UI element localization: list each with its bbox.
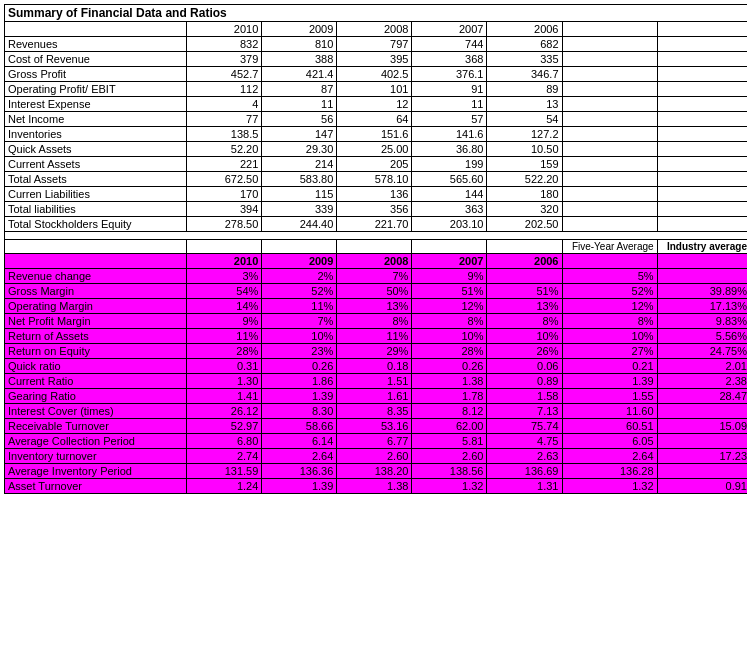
row-operating-margin: Operating Margin 14% 11% 13% 12% 13% 12%… (5, 299, 748, 314)
top-year-header: 2010 2009 2008 2007 2006 (5, 22, 748, 37)
row-interest-expense: Interest Expense 4 11 12 11 13 (5, 97, 748, 112)
row-current-ratio: Current Ratio 1.30 1.86 1.51 1.38 0.89 1… (5, 374, 748, 389)
row-revenue-change: Revenue change 3% 2% 7% 9% 5% (5, 269, 748, 284)
row-total-liabilities: Total liabilities 394 339 356 363 320 (5, 202, 748, 217)
row-gearing-ratio: Gearing Ratio 1.41 1.39 1.61 1.78 1.58 1… (5, 389, 748, 404)
row-asset-turnover: Asset Turnover 1.24 1.39 1.38 1.32 1.31 … (5, 479, 748, 494)
row-total-equity: Total Stockholders Equity 278.50 244.40 … (5, 217, 748, 232)
five-year-label: Five-Year Average (562, 240, 657, 254)
bottom-year-header: 2010 2009 2008 2007 2006 (5, 254, 748, 269)
row-net-profit-margin: Net Profit Margin 9% 7% 8% 8% 8% 8% 9.83… (5, 314, 748, 329)
year-2010-top: 2010 (187, 22, 262, 37)
row-gross-margin: Gross Margin 54% 52% 50% 51% 51% 52% 39.… (5, 284, 748, 299)
industry-label: Industry average (657, 240, 747, 254)
financial-data-table: Summary of Financial Data and Ratios 201… (4, 4, 747, 494)
row-inventories: Inventories 138.5 147 151.6 141.6 127.2 (5, 127, 748, 142)
row-current-assets: Current Assets 221 214 205 199 159 (5, 157, 748, 172)
spacer-row (5, 232, 748, 240)
row-return-equity: Return on Equity 28% 23% 29% 28% 26% 27%… (5, 344, 748, 359)
row-avg-inventory-period: Average Inventory Period 131.59 136.36 1… (5, 464, 748, 479)
row-receivable-turnover: Receivable Turnover 52.97 58.66 53.16 62… (5, 419, 748, 434)
row-quick-assets: Quick Assets 52.20 29.30 25.00 36.80 10.… (5, 142, 748, 157)
year-2006-top: 2006 (487, 22, 562, 37)
row-total-assets: Total Assets 672.50 583.80 578.10 565.60… (5, 172, 748, 187)
row-operating-profit: Operating Profit/ EBIT 112 87 101 91 89 (5, 82, 748, 97)
row-revenues: Revenues 832 810 797 744 682 (5, 37, 748, 52)
row-net-income: Net Income 77 56 64 57 54 (5, 112, 748, 127)
year-2008-top: 2008 (337, 22, 412, 37)
title-row: Summary of Financial Data and Ratios (5, 5, 748, 22)
year-2007-top: 2007 (412, 22, 487, 37)
table-title: Summary of Financial Data and Ratios (5, 5, 748, 22)
row-return-assets: Return of Assets 11% 10% 11% 10% 10% 10%… (5, 329, 748, 344)
row-current-liabilities: Curren Liabilities 170 115 136 144 180 (5, 187, 748, 202)
row-gross-profit: Gross Profit 452.7 421.4 402.5 376.1 346… (5, 67, 748, 82)
row-quick-ratio: Quick ratio 0.31 0.26 0.18 0.26 0.06 0.2… (5, 359, 748, 374)
row-cost-of-revenue: Cost of Revenue 379 388 395 368 335 (5, 52, 748, 67)
row-avg-collection-period: Average Collection Period 6.80 6.14 6.77… (5, 434, 748, 449)
column-label-row: Five-Year Average Industry average (5, 240, 748, 254)
row-interest-cover: Interest Cover (times) 26.12 8.30 8.35 8… (5, 404, 748, 419)
row-inventory-turnover: Inventory turnover 2.74 2.64 2.60 2.60 2… (5, 449, 748, 464)
year-2009-top: 2009 (262, 22, 337, 37)
